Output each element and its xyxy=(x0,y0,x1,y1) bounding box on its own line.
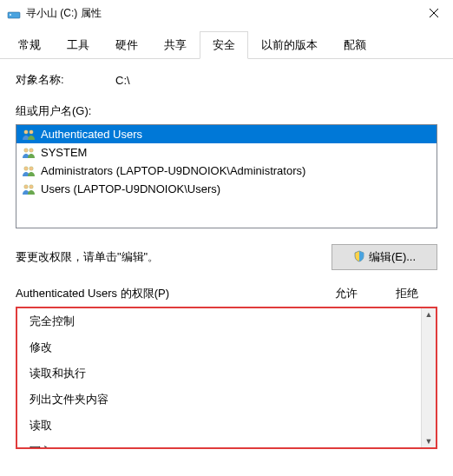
permissions-title: Authenticated Users 的权限(P) xyxy=(16,286,316,301)
groups-listbox[interactable]: Authenticated UsersSYSTEMAdministrators … xyxy=(16,124,437,228)
svg-point-10 xyxy=(24,184,29,188)
permissions-header: Authenticated Users 的权限(P) 允许 拒绝 xyxy=(16,286,437,301)
list-item[interactable]: Authenticated Users xyxy=(16,125,437,143)
users-icon xyxy=(22,183,37,195)
permission-item[interactable]: 修改 xyxy=(17,334,422,360)
list-item[interactable]: Administrators (LAPTOP-U9DNOIOK\Administ… xyxy=(16,162,437,180)
tab-工具[interactable]: 工具 xyxy=(54,31,102,58)
object-name-row: 对象名称: C:\ xyxy=(16,72,437,88)
svg-point-5 xyxy=(30,129,34,134)
tab-以前的版本[interactable]: 以前的版本 xyxy=(248,31,331,58)
permission-item[interactable]: 读取和执行 xyxy=(17,360,422,387)
users-icon xyxy=(22,129,37,141)
list-item-label: Authenticated Users xyxy=(41,128,142,141)
svg-point-4 xyxy=(24,129,29,134)
svg-point-8 xyxy=(24,166,29,170)
edit-button[interactable]: 编辑(E)... xyxy=(332,244,437,270)
tab-bar: 常规工具硬件共享安全以前的版本配额 xyxy=(0,26,453,59)
svg-rect-1 xyxy=(10,14,11,16)
tab-共享[interactable]: 共享 xyxy=(151,31,200,58)
svg-point-6 xyxy=(24,148,29,152)
groups-label: 组或用户名(G): xyxy=(16,104,91,117)
list-item-label: Administrators (LAPTOP-U9DNOIOK\Administ… xyxy=(41,164,305,177)
scroll-down-icon[interactable]: ▼ xyxy=(422,435,436,447)
shield-icon xyxy=(353,250,365,265)
drive-icon xyxy=(7,6,21,20)
tab-硬件[interactable]: 硬件 xyxy=(102,31,151,58)
tab-安全[interactable]: 安全 xyxy=(200,31,248,59)
allow-column-label: 允许 xyxy=(316,286,377,301)
titlebar: 寻小山 (C:) 属性 xyxy=(0,0,453,26)
edit-row: 要更改权限，请单击"编辑"。 编辑(E)... xyxy=(16,244,437,270)
groups-section: 组或用户名(G): Authenticated UsersSYSTEMAdmin… xyxy=(16,103,437,228)
users-icon xyxy=(22,165,37,177)
edit-button-label: 编辑(E)... xyxy=(369,249,416,265)
svg-point-11 xyxy=(30,184,34,188)
permissions-listbox[interactable]: 完全控制修改读取和执行列出文件夹内容读取写入 ▲ ▼ xyxy=(16,307,437,449)
permission-item[interactable]: 写入 xyxy=(17,439,422,447)
object-name-value: C:\ xyxy=(115,74,130,87)
tab-配额[interactable]: 配额 xyxy=(331,31,379,58)
tab-常规[interactable]: 常规 xyxy=(5,31,54,58)
list-item-label: Users (LAPTOP-U9DNOIOK\Users) xyxy=(41,182,220,195)
svg-point-7 xyxy=(30,148,34,152)
edit-hint: 要更改权限，请单击"编辑"。 xyxy=(16,249,159,265)
object-name-label: 对象名称: xyxy=(16,72,115,88)
svg-point-9 xyxy=(30,166,34,170)
window-title: 寻小山 (C:) 属性 xyxy=(26,6,102,21)
users-icon xyxy=(22,147,37,159)
deny-column-label: 拒绝 xyxy=(377,286,437,301)
close-button[interactable] xyxy=(414,0,453,26)
properties-dialog: 寻小山 (C:) 属性 常规工具硬件共享安全以前的版本配额 对象名称: C:\ … xyxy=(0,0,453,476)
list-item[interactable]: Users (LAPTOP-U9DNOIOK\Users) xyxy=(16,180,437,198)
permission-item[interactable]: 列出文件夹内容 xyxy=(17,387,422,413)
permission-item[interactable]: 完全控制 xyxy=(17,308,422,334)
scrollbar[interactable]: ▲ ▼ xyxy=(421,308,436,447)
list-item[interactable]: SYSTEM xyxy=(16,143,437,162)
list-item-label: SYSTEM xyxy=(41,146,87,159)
tab-panel-security: 对象名称: C:\ 组或用户名(G): Authenticated UsersS… xyxy=(0,59,453,476)
scroll-up-icon[interactable]: ▲ xyxy=(422,308,436,321)
permission-item[interactable]: 读取 xyxy=(17,413,422,439)
